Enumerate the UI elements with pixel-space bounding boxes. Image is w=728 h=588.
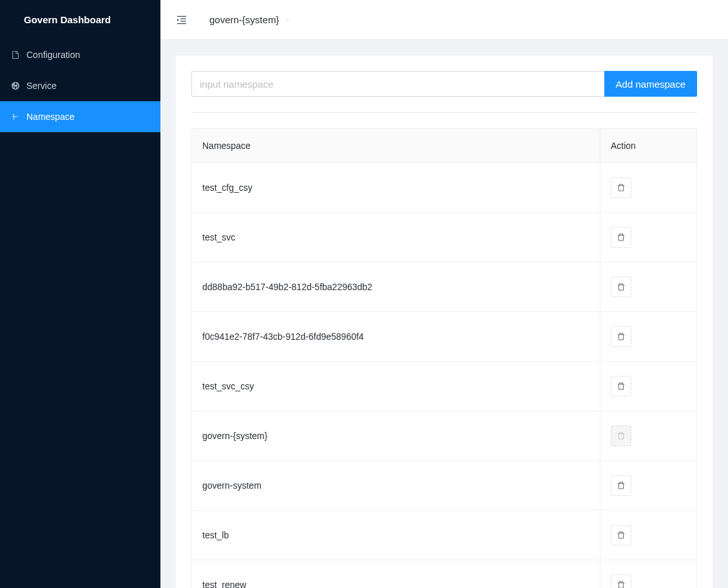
app-title: Govern Dashboard	[0, 0, 160, 39]
delete-button[interactable]	[611, 177, 631, 198]
namespace-card: Add namespace Namespace Action test_cfg_…	[176, 55, 713, 588]
action-cell	[600, 560, 697, 589]
action-cell	[600, 461, 697, 511]
table-row: test_lb	[192, 511, 697, 560]
content: Add namespace Namespace Action test_cfg_…	[160, 40, 728, 588]
add-namespace-form: Add namespace	[191, 71, 697, 97]
selected-namespace-label: govern-{system}	[209, 14, 279, 25]
action-cell	[600, 362, 697, 411]
chevron-down-icon	[284, 17, 291, 23]
trash-icon	[617, 332, 626, 341]
sidebar-item-namespace[interactable]: Namespace	[0, 101, 160, 132]
sidebar-item-service[interactable]: Service	[0, 70, 160, 101]
sidebar: Govern Dashboard ConfigurationServiceNam…	[0, 0, 160, 588]
trash-icon	[617, 233, 626, 242]
namespace-icon	[11, 112, 20, 121]
action-cell	[600, 213, 697, 262]
table-row: test_svc_csy	[192, 362, 697, 411]
menu-collapse-icon[interactable]	[176, 14, 187, 26]
action-cell	[600, 411, 697, 461]
col-header-namespace: Namespace	[192, 129, 600, 163]
add-namespace-button[interactable]: Add namespace	[604, 71, 697, 97]
namespace-cell: dd88ba92-b517-49b2-812d-5fba22963db2	[192, 262, 600, 312]
delete-button[interactable]	[611, 277, 631, 297]
table-row: govern-system	[192, 461, 697, 511]
namespace-table-body: test_cfg_csytest_svcdd88ba92-b517-49b2-8…	[192, 163, 697, 589]
trash-icon	[617, 382, 626, 391]
topbar: govern-{system}	[160, 0, 728, 40]
action-cell	[600, 312, 697, 362]
namespace-cell: test_renew	[192, 560, 600, 589]
delete-button	[611, 426, 631, 446]
action-cell	[600, 163, 697, 213]
namespace-cell: test_svc	[192, 213, 600, 262]
sidebar-item-configuration[interactable]: Configuration	[0, 39, 160, 70]
col-header-action: Action	[600, 129, 697, 163]
trash-icon	[617, 580, 626, 588]
namespace-cell: govern-{system}	[192, 411, 600, 461]
namespace-cell: test_lb	[192, 511, 600, 560]
file-icon	[11, 50, 20, 59]
table-row: dd88ba92-b517-49b2-812d-5fba22963db2	[192, 262, 697, 312]
delete-button[interactable]	[611, 574, 631, 588]
namespace-table: Namespace Action test_cfg_csytest_svcdd8…	[191, 128, 697, 588]
delete-button[interactable]	[611, 227, 631, 248]
namespace-input[interactable]	[191, 71, 604, 97]
namespace-selector[interactable]: govern-{system}	[202, 14, 291, 25]
trash-icon	[617, 481, 626, 490]
delete-button[interactable]	[611, 525, 631, 545]
action-cell	[600, 511, 697, 560]
namespace-cell: test_svc_csy	[192, 362, 600, 411]
namespace-cell: f0c941e2-78f7-43cb-912d-6fd9e58960f4	[192, 312, 600, 362]
namespace-cell: test_cfg_csy	[192, 163, 600, 213]
table-row: test_renew	[192, 560, 697, 589]
trash-icon	[617, 431, 626, 440]
table-row: f0c941e2-78f7-43cb-912d-6fd9e58960f4	[192, 312, 697, 362]
sidebar-item-label: Service	[26, 81, 57, 91]
trash-icon	[617, 531, 626, 540]
trash-icon	[617, 183, 626, 192]
table-row: test_cfg_csy	[192, 163, 697, 213]
delete-button[interactable]	[611, 475, 631, 496]
sidebar-item-label: Namespace	[26, 112, 75, 122]
sidebar-item-label: Configuration	[26, 50, 80, 60]
divider	[191, 112, 697, 113]
trash-icon	[617, 282, 626, 291]
main: govern-{system} Add namespace	[160, 0, 728, 588]
table-row: test_svc	[192, 213, 697, 262]
globe-icon	[11, 81, 20, 90]
delete-button[interactable]	[611, 376, 631, 397]
action-cell	[600, 262, 697, 312]
table-row: govern-{system}	[192, 411, 697, 461]
sidebar-nav: ConfigurationServiceNamespace	[0, 39, 160, 132]
namespace-cell: govern-system	[192, 461, 600, 511]
delete-button[interactable]	[611, 326, 631, 347]
